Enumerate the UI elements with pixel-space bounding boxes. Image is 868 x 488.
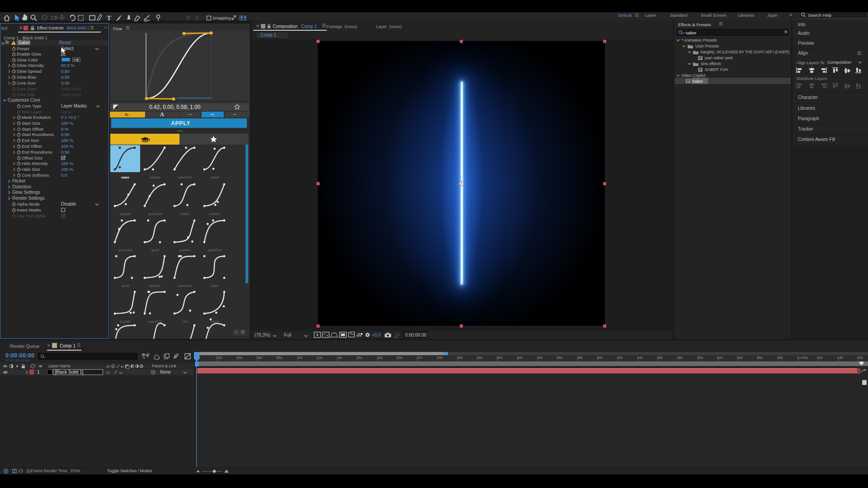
svg-text:Snapping: Snapping (212, 15, 231, 20)
svg-text:fx: fx (121, 365, 124, 369)
svg-text:T: T (107, 14, 111, 22)
svg-text:fx: fx (119, 371, 123, 375)
svg-text:!: ! (13, 42, 14, 45)
